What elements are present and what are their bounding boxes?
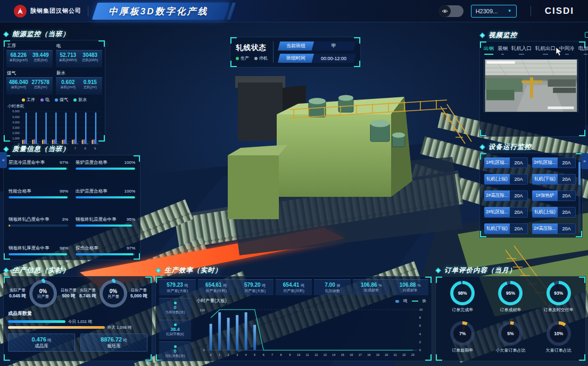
- order-ring-gauge: 5% 小欠量订单占比: [487, 321, 534, 360]
- svg-text:2: 2: [419, 340, 421, 344]
- svg-text:6,000: 6,000: [12, 110, 20, 113]
- device-current-value: 20A: [510, 174, 528, 185]
- device-current-value: 20A: [558, 207, 576, 218]
- efficiency-side-card: 38.4 轧制节奏(s): [159, 320, 191, 339]
- ring-percent: 7%: [459, 331, 466, 336]
- panel-title: 生产效率（实时）: [164, 266, 222, 275]
- status-producing: 生产: [236, 55, 249, 61]
- quality-item: 层流冷温度命中率97%: [9, 160, 68, 170]
- camera-tab[interactable]: 轧机入口: [511, 44, 532, 55]
- unit-consumption-label: 单耗(kWh/t): [57, 58, 79, 63]
- progress-track: [9, 196, 68, 198]
- efficiency-stat-card: 106.86 % 班成材率: [353, 279, 390, 295]
- device-current-value: 20A: [510, 207, 528, 218]
- device-label: 1#轧区辊...: [484, 157, 510, 168]
- ring-arc: 93%: [546, 281, 571, 305]
- panel-collapse-left[interactable]: «: [0, 152, 7, 168]
- stat-label: 班产量(大板): [167, 288, 188, 294]
- progress-track: [76, 168, 135, 170]
- device-row: 2#轧区辊... 20A: [532, 157, 576, 168]
- total-consumption-label: 总耗(m³): [79, 85, 102, 90]
- scrollbar-thumb[interactable]: [578, 162, 581, 185]
- energy-chart-title: 小时单耗: [7, 103, 102, 109]
- energy-sections: 工序 68.226单耗(kgce/t) 39.449总耗(tce) 电 52.7…: [6, 43, 102, 95]
- camera-tab[interactable]: 电加热: [578, 44, 588, 55]
- bar-fill: [8, 320, 65, 323]
- ring-label: 订单完成率: [452, 307, 473, 313]
- panel-collapse-right[interactable]: »: [581, 153, 588, 169]
- energy-legend: 工序电煤气新水: [6, 97, 102, 103]
- monthly-output-gauge: 实际产量8.745 吨 0%月产量 目标产量5,000 吨: [78, 280, 148, 307]
- device-label: 轧机(上辊): [484, 174, 510, 185]
- hourly-output-title: 小时产量(大板): [196, 298, 227, 304]
- svg-text:23: 23: [411, 353, 415, 356]
- quality-item: 钢板终轧温度命中率95%: [76, 217, 135, 227]
- svg-text:14: 14: [332, 353, 335, 356]
- ring-percent: 93%: [554, 290, 563, 296]
- device-row: 轧机(下辊) 20A: [532, 174, 576, 185]
- panel-title: 设备运行监控: [488, 143, 532, 152]
- energy-section: 煤气 486.040单耗(m³/t) 277578总耗(m³): [6, 70, 53, 95]
- svg-text:6: 6: [263, 353, 264, 356]
- device-row: 1#加热炉 20A: [532, 190, 576, 201]
- badge-value: 甲: [312, 41, 356, 51]
- mouse-cursor: [556, 47, 563, 56]
- unit-consumption-value: 486.040: [7, 79, 30, 85]
- panel-production-efficiency: 生产效率（实时） 579.23 吨 班产量(大板) 654.61 吨 班产量(坯…: [155, 266, 432, 361]
- camera-tab[interactable]: 出钢: [484, 44, 494, 55]
- bar-legend-icon: [395, 300, 399, 303]
- bar-fill: [8, 326, 105, 329]
- energy-section-name: 电: [56, 43, 102, 49]
- device-current-value: 20A: [558, 157, 576, 168]
- legend-dot-icon: [73, 98, 77, 102]
- svg-text:1,000: 1,000: [12, 137, 20, 140]
- stock-title: 成品库数量: [8, 310, 147, 317]
- legend-label: 工序: [27, 97, 35, 103]
- panel-order-evaluation: 订单评价内容（当月） 98% 订单完成率 95% 订单成材率 93% 订单及时交…: [435, 266, 586, 361]
- stock-bar-today: 今日 1,011 吨: [8, 319, 147, 325]
- side-stat-value: 38.4: [170, 327, 180, 332]
- svg-text:21: 21: [394, 353, 397, 356]
- unit-consumption-value: 52.713: [57, 52, 79, 58]
- efficiency-side-card: 0 待轧块数(块): [159, 342, 191, 361]
- visibility-toggle[interactable]: [439, 5, 463, 17]
- video-thumbnail[interactable]: [484, 59, 578, 112]
- panel-title: 生产信息（实时）: [12, 266, 70, 275]
- svg-text:13: 13: [324, 353, 327, 356]
- panel-line-status: 轧线状态 生产 停机 当前班组 甲 班组时间 00:00-12:00: [230, 37, 361, 68]
- device-current-value: 20A: [510, 223, 528, 234]
- panel-title: 能源监控（当班）: [12, 30, 70, 39]
- hourly-output-chart: 1200024681001234567891011121314151617181…: [194, 304, 428, 359]
- svg-text:2,000: 2,000: [12, 131, 20, 135]
- camera-tab[interactable]: 装钢: [498, 44, 508, 55]
- diamond-icon: [3, 146, 9, 152]
- quality-item: 钢板终轧厚度命中率98%: [9, 245, 68, 255]
- panel-device-monitor: 设备运行监控 1#轧区辊... 20A 2#轧区辊... 20A 轧机(上辊) …: [479, 143, 583, 238]
- svg-text:4: 4: [245, 353, 247, 356]
- order-ring-gauge: 10% 欠量订单占比: [535, 321, 582, 360]
- ring-arc: 5%: [498, 321, 523, 346]
- heat-number-dropdown[interactable]: H2309... ▼: [471, 5, 517, 18]
- svg-text:0: 0: [203, 348, 205, 352]
- vertical-divider: [273, 41, 274, 63]
- scrollbar[interactable]: [578, 159, 581, 233]
- page-title: 中厚板3D数字化产线: [109, 5, 209, 17]
- svg-text:8: 8: [419, 316, 421, 319]
- device-current-value: 20A: [510, 157, 528, 168]
- expand-icon[interactable]: [585, 32, 588, 38]
- gauge-left-value: 0.045 吨: [8, 293, 27, 300]
- ring-arc: 7%: [450, 321, 475, 346]
- gauge-right-value: 5,000 吨: [129, 293, 148, 300]
- quality-label: 钢板终轧厚度命中率: [9, 245, 49, 252]
- stat-label: 日产量(大板): [244, 288, 266, 294]
- device-label: 2#高压除...: [484, 190, 510, 201]
- side-stat-label: 当班块数(块): [165, 310, 185, 315]
- shift-time-badge: 班组时间 00:00-12:00: [278, 54, 356, 63]
- quality-item: 装炉温度合格率100%: [76, 160, 135, 170]
- camera-tab[interactable]: 轧机出口: [535, 44, 556, 55]
- hourly-chart-legend: 吨 块: [395, 298, 426, 304]
- progress-track: [76, 196, 135, 198]
- efficiency-side-card: 0 当班块数(块): [159, 298, 191, 318]
- quality-label: 性能合格率: [9, 188, 31, 195]
- progress-track: [9, 253, 68, 255]
